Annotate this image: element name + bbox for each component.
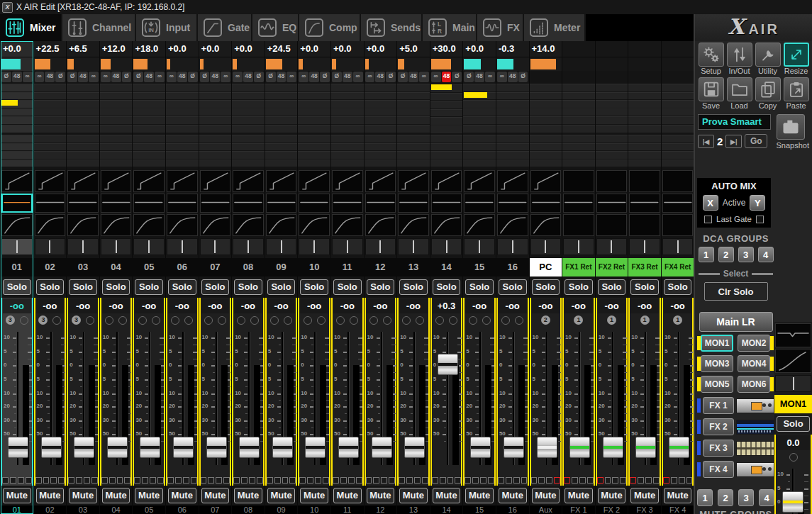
channel-name-label[interactable]: FX2 Ret <box>596 258 628 276</box>
mute-button[interactable]: Mute <box>300 488 328 503</box>
tab-eq[interactable]: EQ <box>252 14 299 41</box>
comp-thumbnail[interactable] <box>398 214 429 236</box>
fader-cap[interactable] <box>504 437 524 458</box>
bus-eq-thumbnail[interactable] <box>775 323 811 347</box>
comp-thumbnail[interactable] <box>35 214 66 236</box>
stereo-link-icon[interactable]: ∞ <box>101 72 111 82</box>
mute-group-2-button[interactable]: 2 <box>718 489 733 506</box>
bus-button-mon3[interactable]: MON3 <box>701 355 733 372</box>
channel-name-label[interactable]: 11 <box>331 258 364 276</box>
gate-thumbnail[interactable] <box>200 170 231 192</box>
phase-invert-icon[interactable]: Ø <box>254 72 264 82</box>
gain-value[interactable]: +0.0 <box>166 41 199 57</box>
pan-knob[interactable] <box>52 316 61 325</box>
eq-thumbnail[interactable] <box>596 194 628 213</box>
fx-bus-button-2[interactable]: FX 2 <box>703 418 734 435</box>
stereo-link-icon[interactable]: ∞ <box>89 72 99 82</box>
phantom-48v-icon[interactable]: 48 <box>309 72 319 82</box>
comp-thumbnail[interactable] <box>497 214 528 236</box>
pan-knob[interactable] <box>152 316 160 325</box>
phase-invert-icon[interactable]: Ø <box>332 72 342 82</box>
paste-button[interactable] <box>784 77 809 101</box>
comp-thumbnail[interactable] <box>530 214 562 236</box>
stereo-link-icon[interactable]: ∞ <box>167 72 177 82</box>
solo-button[interactable]: Solo <box>532 279 560 295</box>
mute-group-4-button[interactable]: 4 <box>759 489 774 506</box>
tab-comp[interactable]: Comp <box>299 14 361 41</box>
pan-knob[interactable] <box>317 316 326 325</box>
phase-invert-icon[interactable]: Ø <box>320 72 330 82</box>
snapshot-button[interactable] <box>777 114 805 140</box>
channel-name-label[interactable]: 16 <box>496 258 529 276</box>
gate-thumbnail[interactable] <box>266 170 297 192</box>
gain-value[interactable]: -0.3 <box>496 41 529 57</box>
copy-button[interactable] <box>755 77 781 101</box>
eq-thumbnail[interactable] <box>332 194 363 213</box>
automix-y-button[interactable]: Y <box>750 195 765 211</box>
automix-x-button[interactable]: X <box>703 195 718 211</box>
stereo-link-icon[interactable]: ∞ <box>497 72 507 82</box>
comp-thumbnail[interactable] <box>167 214 198 236</box>
dca-group-1-button[interactable]: 1 <box>699 247 714 262</box>
mute-button[interactable]: Mute <box>598 488 626 503</box>
mute-button[interactable]: Mute <box>367 488 395 503</box>
phantom-48v-icon[interactable]: 48 <box>508 72 518 82</box>
fx2-rack-thumbnail[interactable] <box>736 420 774 435</box>
fx-bus-button-1[interactable]: FX 1 <box>703 397 734 414</box>
gate-thumbnail[interactable] <box>1 170 33 192</box>
comp-thumbnail[interactable] <box>266 214 297 236</box>
channel-name-label[interactable]: 02 <box>34 258 67 276</box>
mute-button[interactable]: Mute <box>36 488 65 503</box>
bus-button-mon5[interactable]: MON5 <box>701 376 733 393</box>
fader-cap[interactable] <box>41 437 62 458</box>
fader-cap[interactable] <box>272 437 293 458</box>
pan-indicator[interactable] <box>67 238 99 255</box>
mute-button[interactable]: Mute <box>630 488 659 503</box>
stereo-link-icon[interactable]: ∞ <box>353 72 363 82</box>
phantom-48v-icon[interactable]: 48 <box>277 72 287 82</box>
fader-cap[interactable] <box>537 437 557 458</box>
mute-button[interactable]: Mute <box>267 488 296 503</box>
mute-button[interactable]: Mute <box>499 488 527 503</box>
solo-button[interactable]: Solo <box>499 279 527 295</box>
pan-indicator[interactable] <box>365 238 396 255</box>
fader-cap[interactable] <box>140 437 160 458</box>
solo-button[interactable]: Solo <box>267 279 296 295</box>
tab-main[interactable]: LRMain <box>423 14 477 41</box>
snapshot-name-field[interactable]: Prova Smaart <box>698 114 771 130</box>
channel-name-label[interactable]: 07 <box>199 258 232 276</box>
gate-thumbnail[interactable] <box>365 170 396 192</box>
channel-name-label[interactable]: FX1 Ret <box>562 258 595 276</box>
pan-indicator[interactable] <box>101 238 132 255</box>
fx-bus-button-4[interactable]: FX 4 <box>703 461 734 478</box>
solo-button[interactable]: Solo <box>36 279 65 295</box>
gain-value[interactable]: +0.0 <box>365 41 397 57</box>
comp-thumbnail[interactable] <box>629 214 660 236</box>
channel-name-label[interactable]: 06 <box>166 258 199 276</box>
stereo-link-icon[interactable]: ∞ <box>485 72 495 82</box>
phase-invert-icon[interactable]: Ø <box>55 72 65 82</box>
fader-cap[interactable] <box>635 437 656 458</box>
pan-indicator[interactable] <box>398 238 429 255</box>
pan-indicator[interactable] <box>662 238 694 255</box>
stereo-link-icon[interactable]: ∞ <box>155 72 165 82</box>
mute-button[interactable]: Mute <box>69 488 97 503</box>
solo-button[interactable]: Solo <box>367 279 395 295</box>
solo-button[interactable]: Solo <box>333 279 362 295</box>
mute-button[interactable]: Mute <box>532 488 560 503</box>
bus-solo-button[interactable]: Solo <box>777 416 810 432</box>
comp-thumbnail[interactable] <box>332 214 363 236</box>
mute-group-1-button[interactable]: 1 <box>697 489 713 506</box>
bus-pan-indicator[interactable] <box>775 375 811 392</box>
eq-thumbnail[interactable] <box>464 194 495 213</box>
solo-button[interactable]: Solo <box>201 279 230 295</box>
solo-button[interactable]: Solo <box>564 279 593 295</box>
eq-thumbnail[interactable] <box>365 194 396 213</box>
gain-value[interactable]: +0.0 <box>331 41 364 57</box>
channel-name-label[interactable]: PC <box>530 258 562 276</box>
comp-thumbnail[interactable] <box>431 214 462 236</box>
phase-invert-icon[interactable]: Ø <box>133 72 143 82</box>
stereo-link-icon[interactable]: ∞ <box>233 72 243 82</box>
pan-indicator[interactable] <box>167 238 198 255</box>
solo-button[interactable]: Solo <box>135 279 163 295</box>
